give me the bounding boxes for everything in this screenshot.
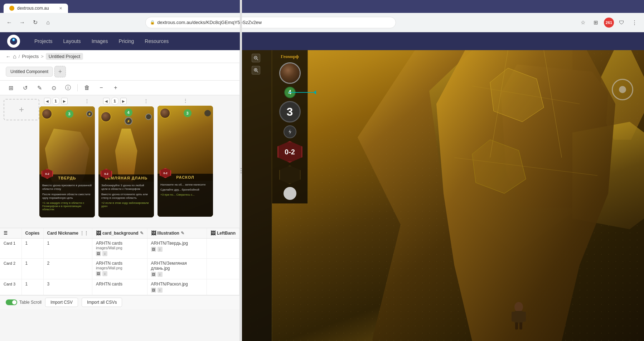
leftbann-cell-3[interactable]	[207, 279, 239, 295]
card-prev-btn-2[interactable]: ◀	[103, 98, 110, 104]
card-next-btn-1[interactable]: ▶	[61, 98, 68, 104]
nickname-cell-3[interactable]: 3	[43, 279, 92, 295]
svg-point-18	[514, 302, 523, 312]
profile-button[interactable]: 261	[604, 18, 614, 28]
app-logo[interactable]	[7, 35, 20, 48]
add-icon: +	[19, 105, 24, 115]
tab-close-btn[interactable]: ✕	[59, 6, 62, 11]
hp-row: 4	[276, 87, 304, 98]
menu-button[interactable]: ⋮	[630, 18, 640, 28]
leftbann-cell-2[interactable]	[207, 259, 239, 279]
illus-cell-icons-2: 🖼 ↕	[151, 272, 203, 277]
bg-link-icon-2[interactable]: ↕	[102, 271, 107, 276]
illus-link-icon-2[interactable]: ↕	[158, 272, 163, 277]
breadcrumb-project[interactable]: Untitled Project	[46, 53, 83, 60]
edit-tool-button[interactable]: ✎	[34, 83, 44, 93]
illus-img-icon-1[interactable]: 🖼	[151, 247, 156, 252]
illus-link-icon-3[interactable]: ↕	[158, 288, 163, 293]
back-nav-icon[interactable]: ←	[6, 54, 11, 59]
logo-svg	[9, 37, 18, 45]
component-tab-main[interactable]: Untitled Component	[6, 67, 53, 77]
bookmark-button[interactable]: ☆	[578, 18, 588, 28]
back-button[interactable]: ←	[4, 18, 14, 28]
right-circle-button[interactable]	[612, 79, 633, 100]
nav-projects[interactable]: Projects	[34, 38, 53, 44]
nav-layouts[interactable]: Layouts	[63, 38, 81, 44]
th-copies[interactable]: Copies	[21, 228, 43, 239]
illus-cell-3[interactable]: ARHTN/Раскол.jpg 🖼 ↕	[147, 279, 207, 295]
refresh-button[interactable]: ↻	[30, 18, 40, 28]
card-menu-btn-3[interactable]: ⋮	[182, 97, 189, 104]
lightning-svg	[287, 129, 293, 135]
forward-button[interactable]: →	[17, 18, 27, 28]
game-zoom-in-btn[interactable]	[252, 66, 260, 75]
nav-pricing[interactable]: Pricing	[119, 38, 134, 44]
trash-tool-button[interactable]: 🗑	[82, 83, 92, 93]
illus-cell-1[interactable]: ARHTN/Твердь.jpg 🖼 ↕	[147, 239, 207, 259]
card-prev-btn-1[interactable]: ◀	[44, 98, 50, 104]
app-nav: Projects Layouts Images Pricing Resource…	[34, 38, 169, 44]
import-csv-button[interactable]: Import CSV	[45, 298, 78, 307]
nav-resources[interactable]: Resources	[145, 38, 169, 44]
home-icon[interactable]: ⌂	[13, 53, 16, 60]
nickname-cell-1[interactable]: 1	[43, 239, 92, 259]
th-nickname[interactable]: Card Nickname ⋮⋮	[43, 228, 92, 239]
bg-img-icon-1[interactable]: 🖼	[96, 251, 101, 256]
bg-cell-3[interactable]: ARHTN cards	[92, 279, 147, 295]
shield-button[interactable]: 🛡	[617, 18, 627, 28]
th-bg-icons: 🖼 card_background ✎	[96, 230, 144, 236]
card-ability1-2: Заблокируйте 3 урона по любой цели в обл…	[101, 184, 151, 191]
panel-resize-handle[interactable]	[240, 50, 242, 341]
browser-toolbar: ← → ↻ ⌂ 🔒 dextrous.com.au/decks/KDc8cjGE…	[0, 13, 644, 32]
illus-filename-3: ARHTN/Раскол.jpg	[151, 282, 203, 287]
info-tool-button[interactable]: ⓘ	[63, 83, 73, 93]
nickname-cell-2[interactable]: 2	[43, 259, 92, 279]
character-name: Геоморф	[281, 54, 299, 59]
extensions-button[interactable]: ⊞	[591, 18, 601, 28]
card-menu-btn-1[interactable]: ⋮	[83, 97, 91, 105]
zoom-in-button[interactable]: +	[111, 83, 121, 93]
bg-link-icon-1[interactable]: ↕	[102, 251, 107, 256]
illus-cell-2[interactable]: ARHTN/Земляная длань.jpg 🖼 ↕	[147, 259, 207, 279]
active-tab[interactable]: dextrous.com.au ✕	[4, 4, 68, 13]
illus-link-icon-1[interactable]: ↕	[158, 247, 163, 252]
leftbann-cell-1[interactable]	[207, 239, 239, 259]
game-zoom-out-btn[interactable]	[252, 54, 260, 62]
card-counter-row-3: ⋮	[158, 97, 213, 104]
card-dmg-area-2: 0-2	[101, 169, 112, 179]
add-component-button[interactable]: +	[4, 99, 39, 120]
th-card-bg[interactable]: 🖼 card_background ✎	[92, 228, 147, 239]
copies-cell-3[interactable]: 1	[21, 279, 43, 295]
camera-tool-button[interactable]: ⊙	[49, 83, 59, 93]
th-illus-edit-icon[interactable]: ✎	[181, 231, 184, 236]
th-sort-icon[interactable]: ⋮⋮	[80, 231, 88, 236]
zoom-out-button[interactable]: −	[96, 83, 106, 93]
nav-images[interactable]: Images	[92, 38, 108, 44]
copies-cell-2[interactable]: 1	[21, 259, 43, 279]
bg-cell-1[interactable]: ARHTN cards images/Wall.png 🖼 ↕	[92, 239, 147, 259]
svg-point-2	[13, 39, 14, 40]
add-tab-icon: +	[58, 68, 62, 76]
home-button[interactable]: ⌂	[43, 18, 53, 28]
refresh-tool-button[interactable]: ↺	[20, 83, 30, 93]
grid-tool-button[interactable]: ⊞	[6, 83, 16, 93]
cards-preview: ◀ 1 ▶ ⋮	[39, 97, 213, 217]
address-bar[interactable]: 🔒 dextrous.com.au/decks/KDc8cjGEmqY5eSzZ…	[145, 17, 396, 28]
toggle-switch[interactable]	[6, 299, 17, 305]
th-illustration[interactable]: 🖼 Illustration ✎	[147, 228, 207, 239]
th-leftbann[interactable]: 🖼 LeftBann	[207, 228, 239, 239]
th-list-icon: ☰	[4, 231, 8, 236]
copies-cell-1[interactable]: 1	[21, 239, 43, 259]
card-next-btn-2[interactable]: ▶	[120, 98, 127, 104]
import-all-csvs-button[interactable]: Import all CSVs	[82, 298, 122, 307]
bg-cell-2[interactable]: ARHTN cards images/Wall.png 🖼 ↕	[92, 259, 147, 279]
th-nickname-icons: Card Nickname ⋮⋮	[47, 231, 88, 236]
illus-img-icon-2[interactable]: 🖼	[151, 272, 156, 277]
bg-img-icon-2[interactable]: 🖼	[96, 271, 101, 276]
add-tab-button[interactable]: +	[54, 66, 66, 77]
illus-img-icon-3[interactable]: 🖼	[151, 288, 156, 293]
card-menu-btn-2[interactable]: ⋮	[142, 97, 150, 105]
table-scroll-toggle[interactable]: Table Scroll	[6, 299, 42, 305]
breadcrumb-projects[interactable]: Projects	[22, 54, 39, 59]
th-bg-edit-icon[interactable]: ✎	[140, 231, 144, 236]
